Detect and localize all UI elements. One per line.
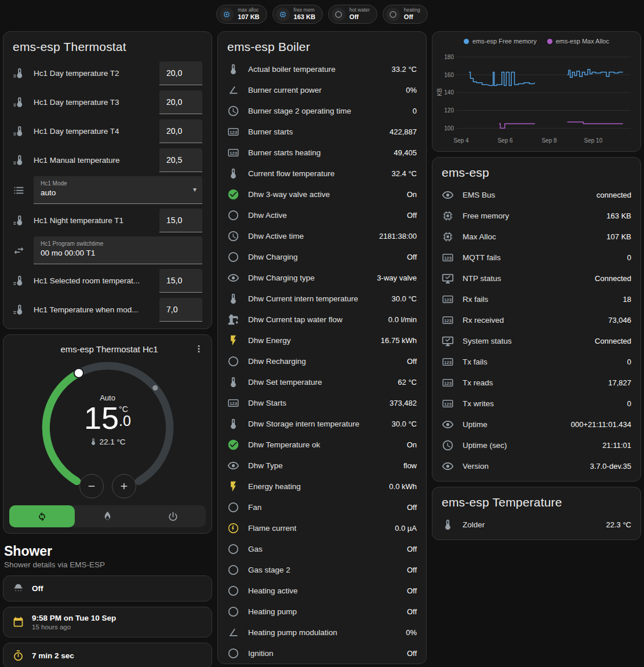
entity-label: Dhw Temperature ok <box>248 440 402 449</box>
entity-row[interactable]: 123Tx reads17,827 <box>432 372 641 393</box>
entity-row[interactable]: Dhw Current tap water flow0.0 l/min <box>218 309 426 330</box>
entity-row[interactable]: NTP statusConnected <box>432 268 641 289</box>
entity-row[interactable]: Burner current power0% <box>218 79 426 100</box>
svg-text:123: 123 <box>444 359 452 365</box>
entity-row[interactable]: Flame current0.0 µA <box>218 517 426 538</box>
circle-icon <box>227 251 239 263</box>
entity-row[interactable]: 123MQTT fails0 <box>432 247 641 268</box>
entity-value: 0.0 µA <box>395 524 417 533</box>
number-input[interactable]: 15,0 <box>159 269 202 293</box>
badge-heating[interactable]: heatingOff <box>383 5 428 24</box>
entity-row[interactable]: Dhw Current intern temperature30.0 °C <box>218 288 426 309</box>
memory-chart-card: ems-esp Free memoryems-esp Max Alloc 100… <box>432 31 641 152</box>
hvac-mode-off-button[interactable] <box>140 505 206 527</box>
entity-row[interactable]: Current flow temperature32.4 °C <box>218 163 426 184</box>
entity-value: flow <box>403 461 417 470</box>
svg-text:140: 140 <box>444 89 454 96</box>
entity-row[interactable]: Heating activeOff <box>218 580 426 601</box>
entity-row[interactable]: Dhw Energy16.75 kWh <box>218 330 426 351</box>
entity-row[interactable]: Heating pump modulation0% <box>218 622 426 643</box>
hvac-mode-heat-button[interactable] <box>75 505 140 527</box>
entity-row[interactable]: Burner stage 2 operating time0 <box>218 100 426 121</box>
legend-item[interactable]: ems-esp Free memory <box>464 38 537 45</box>
entity-label: Dhw Recharging <box>248 357 402 366</box>
entity-row[interactable]: Actual boiler temperature33.2 °C <box>218 59 426 79</box>
thermometer-icon <box>227 293 239 305</box>
memory-chart: 100120140160180Sep 4Sep 6Sep 8Sep 10KB <box>436 47 636 147</box>
entity-row[interactable]: 123Dhw Starts373,482 <box>218 392 426 413</box>
entity-row[interactable]: 123Tx fails0 <box>432 351 641 372</box>
entity-value: 0 <box>413 107 417 115</box>
entity-value: 0% <box>406 628 417 637</box>
entity-value: 000+21:11:01.434 <box>571 420 631 429</box>
entity-row[interactable]: Dhw RechargingOff <box>218 351 426 371</box>
decrease-temp-button[interactable] <box>79 474 104 498</box>
entity-row[interactable]: 123Rx fails18 <box>432 289 641 309</box>
entity-row[interactable]: Free memory163 KB <box>432 205 641 226</box>
number-input[interactable]: 7,0 <box>159 298 202 322</box>
badge-hot-water[interactable]: hot waterOff <box>328 5 377 24</box>
text-input[interactable]: Hc1 Program switchtime00 mo 00:00 T1 <box>34 236 202 264</box>
entity-value: 0.0 l/min <box>388 315 417 324</box>
entity-row[interactable]: Dhw Storage intern temperature30.0 °C <box>218 413 426 434</box>
entity-row[interactable]: FanOff <box>218 497 426 517</box>
entity-row[interactable]: Uptime000+21:11:01.434 <box>432 414 641 435</box>
entity-label: Zolder <box>463 520 601 529</box>
shower-card[interactable]: Off <box>3 575 212 602</box>
entity-row[interactable]: 123Rx received73,046 <box>432 309 641 330</box>
number-input[interactable]: 20,0 <box>159 90 202 114</box>
number-input[interactable]: 15,0 <box>159 209 202 232</box>
svg-text:123: 123 <box>444 318 452 323</box>
entity-row[interactable]: Gas stage 2Off <box>218 559 426 580</box>
entity-row[interactable]: Heating pumpOff <box>218 601 426 622</box>
number-input[interactable]: 20,5 <box>159 148 202 172</box>
thermometer-water-icon <box>13 125 25 137</box>
entity-value: On <box>407 190 417 199</box>
shower-card[interactable]: 9:58 PM on Tue 10 Sep15 hours ago <box>3 607 212 637</box>
entity-value: Off <box>407 503 417 512</box>
entity-row[interactable]: Dhw ChargingOff <box>218 246 426 267</box>
badge-max-alloc[interactable]: max alloc107 KB <box>216 5 267 24</box>
entity-value: 16.75 kWh <box>381 336 417 345</box>
svg-text:123: 123 <box>230 400 238 406</box>
entity-row[interactable]: Dhw ActiveOff <box>218 205 426 225</box>
entity-row[interactable]: 123Burner starts422,887 <box>218 121 426 142</box>
dial-target-knob <box>74 369 83 378</box>
entity-label: Fan <box>248 503 402 512</box>
entity-value: Connected <box>595 337 631 345</box>
entity-row[interactable]: GasOff <box>218 538 426 559</box>
entity-row[interactable]: Energy heating0.0 kWh <box>218 476 426 497</box>
select-label: Hc1 Mode <box>41 180 185 187</box>
entity-label: Uptime (sec) <box>463 441 598 450</box>
entity-row[interactable]: IgnitionOff <box>218 643 426 664</box>
entity-row[interactable]: System statusConnected <box>432 330 641 351</box>
increase-temp-button[interactable] <box>112 474 136 498</box>
entity-row[interactable]: Uptime (sec)21:11:01 <box>432 435 641 455</box>
number-input[interactable]: 20,0 <box>159 61 202 85</box>
entity-row[interactable]: Dhw 3-way valve activeOn <box>218 184 426 205</box>
legend-dot <box>464 39 469 44</box>
entity-row[interactable]: 123Burner starts heating49,405 <box>218 142 426 163</box>
entity-row[interactable]: Max Alloc107 KB <box>432 226 641 247</box>
mode-select[interactable]: Hc1 Modeauto▾ <box>34 176 202 204</box>
thermometer-water-icon <box>13 304 25 316</box>
shower-card[interactable]: 7 min 2 sec <box>3 643 212 667</box>
entity-row[interactable]: Dhw Active time2181:38:00 <box>218 225 426 246</box>
entity-row[interactable]: EMS Busconnected <box>432 184 641 205</box>
entity-row[interactable]: 123Tx writes0 <box>432 393 641 414</box>
thermostat-dial[interactable]: Auto 15 °C .0 22.1 °C <box>37 357 179 498</box>
entity-row[interactable]: Dhw Typeflow <box>218 455 426 476</box>
number-input[interactable]: 20,0 <box>159 119 202 143</box>
field-label: Hc1 Program switchtime <box>41 240 185 247</box>
angle-icon <box>227 626 239 639</box>
entity-row[interactable]: Version3.7.0-dev.35 <box>432 455 641 476</box>
more-options-icon[interactable] <box>193 343 205 355</box>
entity-row[interactable]: Zolder22.3 °C <box>432 514 641 535</box>
legend-item[interactable]: ems-esp Max Alloc <box>547 38 609 45</box>
entity-row[interactable]: Dhw Set temperature62 °C <box>218 371 426 392</box>
hvac-mode-auto-button[interactable] <box>9 505 75 527</box>
entity-row[interactable]: Dhw Temperature okOn <box>218 434 426 455</box>
entity-row[interactable]: Dhw Charging type3-way valve <box>218 267 426 288</box>
badge-free-mem[interactable]: free mem163 KB <box>272 5 323 24</box>
entity-label: Hc1 Day temperature T2 <box>34 69 159 78</box>
